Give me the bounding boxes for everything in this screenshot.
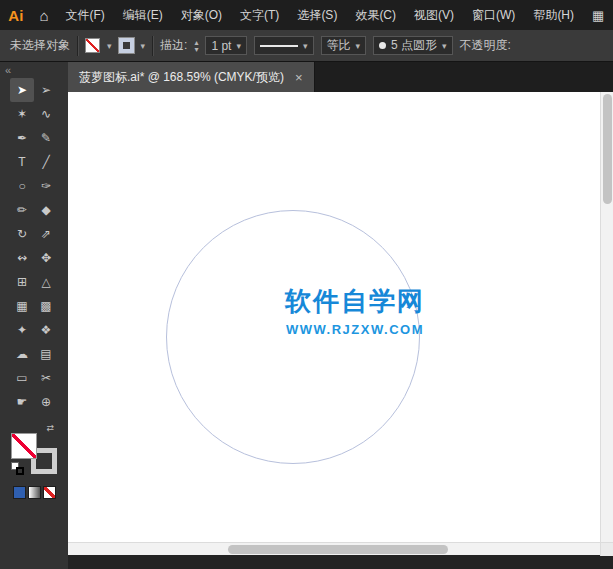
zoom-tool[interactable]: ⊕ [34,390,58,414]
lasso-tool[interactable]: ∿ [34,102,58,126]
watermark-url: WWW.RJZXW.COM [285,322,425,337]
document-tab-title: 菠萝图标.ai* @ 168.59% (CMYK/预览) [79,69,284,86]
variable-width-profile-field[interactable]: ▾ [254,36,314,55]
rotate-tool[interactable]: ↻ [10,222,34,246]
color-button[interactable] [13,486,26,499]
no-selection-label: 未选择对象 [10,37,70,54]
stroke-dropdown-icon[interactable]: ▾ [141,41,146,51]
circle-shape[interactable] [166,210,420,464]
menu-window[interactable]: 窗口(W) [463,0,524,30]
direct-selection-tool[interactable]: ➢ [34,78,58,102]
tools-grid: ➤ ➢ ✶ ∿ ✒ ✎ T ╱ ○ ✑ ✏ ◆ ↻ ⇗ ↭ ✥ ⊞ △ ▦ ▩ … [10,78,58,414]
menu-select[interactable]: 选择(S) [288,0,346,30]
scale-tool[interactable]: ⇗ [34,222,58,246]
menu-help[interactable]: 帮助(H) [524,0,583,30]
horizontal-scrollbar-thumb[interactable] [228,545,448,554]
symbol-sprayer-tool[interactable]: ☁ [10,342,34,366]
brush-definition-field[interactable]: 5 点圆形 ▾ [373,36,453,55]
mesh-tool[interactable]: ▦ [10,294,34,318]
free-transform-tool[interactable]: ✥ [34,246,58,270]
status-bar [68,555,613,569]
menu-type[interactable]: 文字(T) [231,0,288,30]
step-down-icon[interactable]: ▾ [194,46,198,53]
menu-edit[interactable]: 编辑(E) [114,0,172,30]
menu-object[interactable]: 对象(O) [172,0,231,30]
paintbrush-tool[interactable]: ✑ [34,174,58,198]
menu-view[interactable]: 视图(V) [405,0,463,30]
stroke-weight-stepper[interactable]: ▴ ▾ [194,39,198,53]
menu-file[interactable]: 文件(F) [56,0,113,30]
fill-color-swatch[interactable] [85,38,100,53]
watermark: 软件自学网 WWW.RJZXW.COM [285,284,425,337]
width-tool[interactable]: ↭ [10,246,34,270]
horizontal-scrollbar[interactable] [68,542,613,555]
workspace-switcher-icon[interactable]: ▦ [583,8,613,23]
stroke-weight-label: 描边: [160,37,187,54]
gradient-tool[interactable]: ▩ [34,294,58,318]
fill-dropdown-icon[interactable]: ▾ [107,41,112,51]
fill-stroke-widget: ⇄ [11,426,57,474]
blend-tool[interactable]: ❖ [34,318,58,342]
shape-builder-tool[interactable]: ⊞ [10,270,34,294]
pencil-tool[interactable]: ✏ [10,198,34,222]
menu-bar: Ai ⌂ 文件(F) 编辑(E) 对象(O) 文字(T) 选择(S) 效果(C)… [0,0,613,30]
body-row: « ➤ ➢ ✶ ∿ ✒ ✎ T ╱ ○ ✑ ✏ ◆ ↻ ⇗ ↭ ✥ ⊞ △ ▦ … [0,62,613,569]
collapse-panel-button[interactable]: « [0,62,16,76]
column-graph-tool[interactable]: ▤ [34,342,58,366]
opacity-label: 不透明度: [460,37,511,54]
brush-preview-icon [379,42,386,49]
scrollbar-corner [600,543,613,556]
vertical-scrollbar-thumb[interactable] [603,94,612,204]
document-tab[interactable]: 菠萝图标.ai* @ 168.59% (CMYK/预览) × [68,62,315,92]
selection-tool[interactable]: ➤ [10,78,34,102]
line-segment-tool[interactable]: ╱ [34,150,58,174]
control-bar: 未选择对象 ▾ ▾ 描边: ▴ ▾ 1 pt ▾ ▾ 等比 ▾ 5 点圆形 ▾ … [0,30,613,62]
document-tab-bar: 菠萝图标.ai* @ 168.59% (CMYK/预览) × [68,62,613,92]
home-icon[interactable]: ⌂ [32,7,57,24]
width-profile-preview-icon [260,45,298,47]
eyedropper-tool[interactable]: ✦ [10,318,34,342]
illustrator-logo-icon: Ai [0,7,32,24]
tools-panel: « ➤ ➢ ✶ ∿ ✒ ✎ T ╱ ○ ✑ ✏ ◆ ↻ ⇗ ↭ ✥ ⊞ △ ▦ … [0,62,68,569]
stroke-weight-field[interactable]: 1 pt ▾ [205,36,247,55]
proportional-dropdown-icon[interactable]: ▾ [356,41,361,51]
eraser-tool[interactable]: ◆ [34,198,58,222]
default-stroke-icon [16,467,24,475]
fill-color-indicator[interactable] [11,433,37,459]
default-fill-stroke-icon[interactable] [11,462,24,475]
width-profile-dropdown-icon[interactable]: ▾ [303,41,308,51]
perspective-grid-tool[interactable]: △ [34,270,58,294]
separator [152,36,153,56]
none-button[interactable] [43,486,56,499]
separator [77,36,78,56]
canvas[interactable]: 软件自学网 WWW.RJZXW.COM [68,92,600,542]
brush-definition-value: 5 点圆形 [391,37,437,54]
gradient-button[interactable] [28,486,41,499]
artboard-tool[interactable]: ▭ [10,366,34,390]
stroke-color-swatch[interactable] [119,38,134,53]
swap-fill-stroke-icon[interactable]: ⇄ [46,423,54,433]
document-area: 菠萝图标.ai* @ 168.59% (CMYK/预览) × 软件自学网 WWW… [68,62,613,569]
type-tool[interactable]: T [10,150,34,174]
magic-wand-tool[interactable]: ✶ [10,102,34,126]
proportional-field[interactable]: 等比 ▾ [321,36,367,55]
proportional-label: 等比 [327,37,351,54]
vertical-scrollbar[interactable] [600,92,613,542]
brush-dropdown-icon[interactable]: ▾ [442,41,447,51]
work-area: 软件自学网 WWW.RJZXW.COM [68,92,613,542]
menu-effect[interactable]: 效果(C) [346,0,405,30]
close-tab-icon[interactable]: × [295,70,303,85]
stroke-weight-value: 1 pt [211,39,231,53]
pen-tool[interactable]: ✒ [10,126,34,150]
watermark-title: 软件自学网 [285,284,425,319]
stroke-weight-dropdown-icon[interactable]: ▾ [236,41,241,51]
slice-tool[interactable]: ✂ [34,366,58,390]
ellipse-tool[interactable]: ○ [10,174,34,198]
hand-tool[interactable]: ☛ [10,390,34,414]
color-mode-buttons [13,486,56,499]
curvature-tool[interactable]: ✎ [34,126,58,150]
